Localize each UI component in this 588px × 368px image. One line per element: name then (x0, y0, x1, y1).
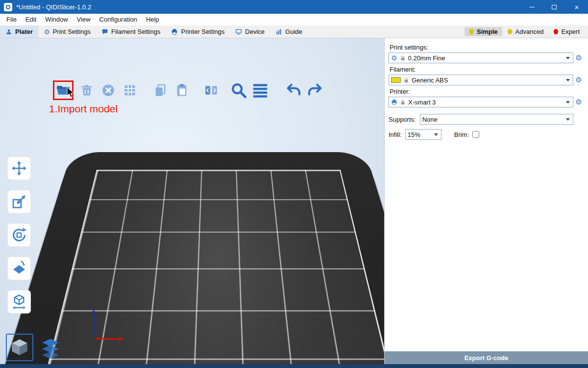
filament-edit-button[interactable]: ⚙ (573, 76, 584, 84)
measure-icon (11, 294, 27, 310)
menu-view[interactable]: View (73, 14, 95, 26)
mode-switcher: Simple Advanced Expert (465, 26, 588, 38)
move-icon (11, 160, 27, 176)
printer-edit-button[interactable]: ⚙ (573, 98, 584, 106)
search-button[interactable] (230, 82, 247, 99)
measure-button[interactable] (8, 290, 30, 313)
print-settings-label: Print settings: (390, 44, 584, 51)
copy-icon (153, 83, 167, 97)
minimize-button[interactable] (520, 0, 543, 14)
chevron-down-icon (566, 101, 570, 105)
filament-color-swatch (391, 77, 401, 83)
z-axis-indicator (93, 311, 95, 336)
printer-icon (171, 28, 178, 35)
lock-icon (403, 77, 409, 83)
mode-simple-label: Simple (477, 28, 498, 35)
guide-icon (275, 28, 282, 35)
delete-all-icon (101, 83, 116, 98)
supports-label: Supports: (389, 116, 416, 123)
filament-icon (101, 28, 108, 35)
device-icon (235, 28, 242, 35)
menu-file[interactable]: File (2, 14, 21, 26)
app-window: *Untitled - QIDISlicer-1.0.2 × File Edit… (0, 0, 588, 368)
tab-print-settings[interactable]: ⚙ Print Settings (38, 26, 96, 38)
scale-button[interactable] (8, 190, 30, 213)
infill-combo[interactable]: 15% (405, 129, 441, 140)
minimize-icon (529, 7, 535, 7)
split-objects-button[interactable] (203, 82, 220, 99)
chevron-down-icon (434, 133, 438, 138)
printer-combo[interactable]: X-smart 3 (389, 97, 573, 107)
print-settings-edit-button[interactable]: ⚙ (573, 53, 584, 62)
place-on-face-button[interactable] (8, 257, 30, 280)
tab-filament-settings-label: Filament Settings (111, 28, 160, 35)
lock-icon (400, 99, 406, 105)
chevron-down-icon (566, 79, 570, 83)
undo-button[interactable] (285, 82, 302, 99)
delete-button[interactable] (78, 82, 95, 99)
arrange-button[interactable] (122, 82, 138, 99)
copy-button[interactable] (152, 82, 169, 99)
menu-help[interactable]: Help (142, 14, 164, 26)
tab-guide[interactable]: Guide (270, 26, 308, 38)
view-switcher (6, 334, 62, 361)
import-annotation: 1.Import model (49, 103, 118, 115)
maximize-icon (552, 5, 557, 9)
gizmo-toolbar (8, 157, 30, 313)
paste-icon (175, 83, 189, 97)
lock-icon (400, 55, 406, 61)
print-bed-plate (0, 152, 384, 364)
print-settings-value: 0.20mm Fine (408, 54, 564, 62)
brim-checkbox[interactable] (472, 131, 479, 138)
gear-icon: ⚙ (44, 28, 50, 35)
print-settings-combo[interactable]: ⚙ 0.20mm Fine (389, 53, 573, 63)
tabbar: Plater ⚙ Print Settings Filament Setting… (0, 26, 588, 38)
mode-advanced-label: Advanced (515, 28, 544, 35)
tab-device-label: Device (245, 28, 265, 35)
export-gcode-button[interactable]: Export G-code (385, 351, 588, 364)
chevron-down-icon (566, 118, 570, 123)
simple-mode-dot-icon (469, 29, 474, 34)
menu-configuration[interactable]: Configuration (95, 14, 142, 26)
rotate-icon (11, 227, 27, 243)
tab-printer-settings[interactable]: Printer Settings (166, 26, 230, 38)
filament-label: Filament: (390, 66, 584, 73)
delete-all-button[interactable] (100, 82, 117, 99)
redo-button[interactable] (307, 82, 323, 99)
print-bed[interactable] (58, 147, 381, 364)
status-bar (0, 364, 588, 368)
variable-layer-height-icon (252, 82, 269, 99)
filament-value: Generic ABS (412, 77, 564, 84)
gear-icon: ⚙ (391, 54, 397, 61)
printer-label: Printer: (390, 88, 584, 95)
layers-view-button[interactable] (39, 337, 62, 361)
tab-filament-settings[interactable]: Filament Settings (96, 26, 166, 38)
tab-printer-settings-label: Printer Settings (181, 28, 224, 35)
filament-combo[interactable]: Generic ABS (389, 75, 573, 85)
scale-icon (11, 194, 27, 210)
supports-combo[interactable]: None (420, 114, 573, 125)
delete-icon (80, 83, 94, 97)
viewport-3d[interactable]: 1.Import model (0, 38, 384, 364)
tab-device[interactable]: Device (230, 26, 270, 38)
mode-advanced[interactable]: Advanced (503, 27, 548, 36)
variable-layer-height-button[interactable] (252, 82, 269, 99)
close-button[interactable]: × (565, 0, 588, 14)
window-title: *Untitled - QIDISlicer-1.0.2 (16, 3, 91, 11)
place-on-face-icon (11, 261, 27, 276)
rotate-button[interactable] (8, 224, 30, 246)
mode-simple[interactable]: Simple (465, 27, 502, 36)
3d-view-button[interactable] (6, 334, 33, 361)
tab-print-settings-label: Print Settings (53, 28, 91, 35)
tab-guide-label: Guide (285, 28, 302, 35)
mode-expert[interactable]: Expert (549, 27, 584, 36)
paste-button[interactable] (173, 82, 190, 99)
menu-edit[interactable]: Edit (21, 14, 41, 26)
layers-view-icon (40, 338, 61, 360)
titlebar: *Untitled - QIDISlicer-1.0.2 × (0, 0, 588, 14)
move-button[interactable] (8, 157, 30, 180)
menu-window[interactable]: Window (41, 14, 72, 26)
menubar: File Edit Window View Configuration Help (0, 14, 588, 26)
maximize-button[interactable] (543, 0, 565, 14)
tab-plater[interactable]: Plater (0, 26, 38, 38)
